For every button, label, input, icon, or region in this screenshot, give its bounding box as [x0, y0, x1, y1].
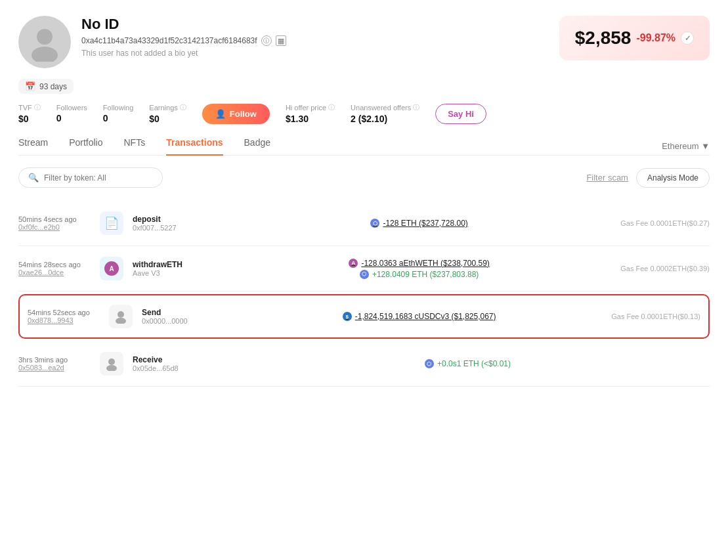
hi-offer-info-icon[interactable]: ⓘ — [328, 103, 335, 112]
following-value: 0 — [103, 113, 133, 123]
svg-point-4 — [118, 311, 124, 318]
svg-point-7 — [106, 365, 117, 371]
unanswered-info-icon[interactable]: ⓘ — [413, 103, 419, 112]
table-row: 50mins 4secs ago 0xf0fc...e2b0 📄 deposit… — [18, 201, 710, 246]
stat-following: Following 0 — [103, 104, 133, 123]
tx-time: 3hrs 3mins ago — [18, 356, 91, 364]
tx-hash[interactable]: 0xf0fc...e2b0 — [18, 223, 91, 231]
say-hi-button[interactable]: Say Hi — [435, 104, 486, 124]
tvf-value: $0 — [18, 114, 41, 124]
svg-point-1 — [32, 47, 58, 62]
transaction-list: 50mins 4secs ago 0xf0fc...e2b0 📄 deposit… — [18, 201, 710, 387]
tab-portfolio[interactable]: Portfolio — [69, 137, 102, 156]
portfolio-value-card: $2,858 -99.87% ✓ — [559, 16, 710, 60]
tx-time-col: 54mins 28secs ago 0xae26...0dce — [18, 261, 91, 276]
network-selector[interactable]: Ethereum ▼ — [662, 141, 710, 151]
followers-label: Followers — [56, 104, 87, 112]
tx-amount: ⬡-128 ETH ($237,728.00) — [370, 219, 467, 228]
unanswered-group: Unanswered offers ⓘ 2 ($2.10) — [351, 103, 419, 124]
eth-icon: ⬡ — [425, 359, 434, 368]
tx-action: withdrawETH — [133, 260, 218, 269]
tx-gas: Gas Fee 0.0001ETH($0.27) — [620, 219, 710, 227]
tx-action: Send — [142, 308, 227, 317]
tx-from: 0xf007...5227 — [133, 224, 218, 232]
svg-text:A: A — [109, 265, 114, 272]
verified-icon: ✓ — [681, 32, 694, 45]
follow-button[interactable]: 👤 Follow — [202, 104, 270, 124]
earnings-info-icon[interactable]: ⓘ — [180, 103, 186, 112]
profile-info: No ID 0xa4c11b4a73a43329d1f52c3142137acf… — [81, 16, 286, 58]
tx-amount: A-128.0363 aEthWETH ($238,700.59) — [349, 259, 489, 268]
analysis-mode-button[interactable]: Analysis Mode — [636, 168, 710, 188]
following-label: Following — [103, 104, 133, 112]
tx-time-col: 54mins 52secs ago 0xd878...9943 — [28, 309, 100, 324]
svg-point-5 — [116, 318, 126, 324]
tab-nfts[interactable]: NFTs — [123, 137, 145, 156]
tx-icon-col — [98, 352, 125, 376]
tx-person-icon — [109, 305, 133, 328]
profile-bio: This user has not added a bio yet — [81, 49, 286, 58]
profile-header: No ID 0xa4c11b4a73a43329d1f52c3142137acf… — [18, 16, 710, 68]
tx-name-col: Send 0x0000...0000 — [142, 308, 227, 325]
tx-gas: Gas Fee 0.0001ETH($0.13) — [611, 312, 700, 320]
tx-gas: Gas Fee 0.0002ETH($0.39) — [620, 265, 710, 272]
filter-row: 🔍 Filter scam Analysis Mode — [18, 167, 710, 188]
stats-row: TVF ⓘ $0 Followers 0 Following 0 Earning… — [18, 103, 710, 124]
tx-from: 0x05de...65d8 — [133, 364, 218, 372]
tx-aave-icon: A — [100, 257, 123, 280]
tx-from: Aave V3 — [133, 269, 218, 277]
tx-hash[interactable]: 0xd878...9943 — [28, 316, 100, 324]
profile-address: 0xa4c11b4a73a43329d1f52c3142137acf618468… — [81, 35, 286, 46]
filter-input-wrap[interactable]: 🔍 — [18, 167, 163, 188]
table-row: 54mins 28secs ago 0xae26...0dce A withdr… — [18, 246, 710, 291]
eth-icon: ⬡ — [360, 270, 369, 279]
svg-point-6 — [108, 358, 115, 365]
earnings-value: $0 — [149, 114, 186, 124]
tab-stream[interactable]: Stream — [18, 137, 48, 156]
earnings-label: Earnings — [149, 104, 177, 112]
eth-icon: ⬡ — [370, 219, 379, 228]
tvf-info-icon[interactable]: ⓘ — [34, 103, 41, 112]
usdc-icon: $ — [343, 312, 352, 321]
stat-earnings: Earnings ⓘ $0 — [149, 103, 186, 124]
tab-badge[interactable]: Badge — [244, 137, 270, 156]
hi-offer-label: Hi offer price — [286, 104, 326, 112]
copy-icon[interactable]: ⓘ — [261, 35, 272, 46]
followers-value: 0 — [56, 113, 87, 123]
svg-point-0 — [37, 29, 53, 45]
days-badge: 📅 93 days — [18, 79, 74, 94]
tx-icon-col — [108, 305, 134, 328]
tx-amounts: $-1,824,519.1683 cUSDCv3 ($1,825,067) — [235, 312, 603, 321]
portfolio-dollar-value: $2,858 — [575, 28, 632, 49]
tx-hash[interactable]: 0x5083...ea2d — [18, 364, 91, 372]
unanswered-value: 2 ($2.10) — [351, 114, 419, 124]
qr-icon[interactable]: ▦ — [276, 35, 286, 46]
tx-hash[interactable]: 0xae26...0dce — [18, 269, 91, 276]
tx-time: 54mins 52secs ago — [28, 309, 100, 316]
filter-scam-button[interactable]: Filter scam — [586, 173, 628, 183]
tx-name-col: Receive 0x05de...65d8 — [133, 355, 218, 372]
portfolio-amount: $2,858 -99.87% ✓ — [575, 28, 694, 49]
filter-input[interactable] — [44, 173, 153, 183]
tx-time: 50mins 4secs ago — [18, 215, 91, 223]
tx-amount: ⬡+128.0409 ETH ($237,803.88) — [360, 270, 479, 279]
tx-time: 54mins 28secs ago — [18, 261, 91, 269]
search-icon: 🔍 — [28, 173, 39, 183]
table-row: 3hrs 3mins ago 0x5083...ea2d Receive 0x0… — [18, 341, 710, 387]
calendar-icon: 📅 — [25, 81, 35, 91]
tab-transactions[interactable]: Transactions — [166, 137, 223, 156]
aave-icon: A — [349, 259, 358, 268]
profile-name: No ID — [81, 16, 286, 33]
hi-offer-group: Hi offer price ⓘ $1.30 — [286, 103, 335, 124]
tx-action: Receive — [133, 355, 218, 364]
tx-action: deposit — [133, 215, 218, 224]
tvf-label: TVF — [18, 104, 32, 112]
follow-person-icon: 👤 — [215, 109, 226, 119]
table-row: 54mins 52secs ago 0xd878...9943 Send 0x0… — [18, 294, 710, 339]
days-value: 93 days — [39, 82, 67, 91]
tx-amounts: ⬡+0.0s1 ETH (<$0.01) — [226, 359, 710, 368]
filter-right: Filter scam Analysis Mode — [586, 168, 710, 188]
portfolio-change: -99.87% — [636, 32, 675, 44]
tabs-left: Stream Portfolio NFTs Transactions Badge — [18, 137, 270, 155]
tx-icon-col: A — [98, 257, 125, 280]
